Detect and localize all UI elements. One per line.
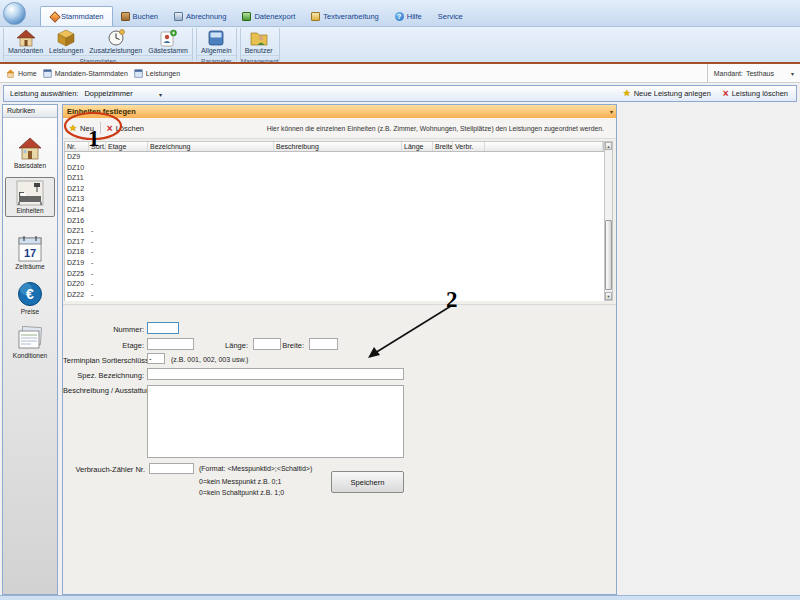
breadcrumb-mandaten-stammdaten[interactable]: Mandaten-Stammdaten	[43, 69, 128, 78]
button-label: Löschen	[116, 124, 144, 133]
column-header-beschreibung[interactable]: Beschreibung	[274, 142, 402, 151]
star-icon: ★	[623, 89, 631, 98]
table-row[interactable]: DZ9	[65, 152, 604, 163]
mandant-combobox[interactable]: Mandant: Testhaus ▾	[707, 64, 800, 82]
column-header-breite[interactable]: Breite	[433, 142, 453, 151]
verbrauch-format-hint: (Format: <Messpunktid>;<Schaltid>)	[199, 465, 312, 472]
table-header[interactable]: Nr. Sort. Etage Bezeichnung Beschreibung…	[64, 141, 604, 152]
house-3d-icon	[17, 137, 43, 161]
beschreibung-textarea[interactable]	[147, 385, 404, 458]
einheiten-panel: Einheiten festlegen ▾ ★ Neu × Löschen Hi…	[62, 104, 617, 595]
speichern-button[interactable]: Speichern	[331, 471, 404, 493]
leistung-select-label: Leistung auswählen:	[10, 89, 78, 98]
tab-buchen[interactable]: Buchen	[113, 8, 166, 26]
breite-input[interactable]	[309, 338, 338, 350]
nummer-label: Nummer:	[63, 325, 144, 334]
mandant-value: Testhaus	[746, 70, 774, 77]
scrollbar-thumb[interactable]	[605, 220, 612, 290]
table-row[interactable]: DZ13	[65, 194, 604, 205]
tab-service[interactable]: Service	[430, 8, 471, 26]
spez-bezeichnung-input[interactable]	[147, 368, 404, 380]
verbrauch-zaehler-input[interactable]	[149, 463, 194, 474]
panel-header: Einheiten festlegen ▾	[63, 105, 616, 118]
table-row[interactable]: DZ10	[65, 163, 604, 174]
breadcrumb-home[interactable]: Home	[6, 69, 37, 78]
help-icon: ?	[395, 12, 404, 21]
svg-text:€: €	[26, 286, 34, 302]
benutzer-button[interactable]: Benutzer	[243, 29, 275, 54]
tab-label: Abrechnung	[186, 12, 226, 21]
ribbon: Mandanten Leistungen	[0, 27, 800, 62]
gaestestamm-button[interactable]: Gästestamm	[146, 29, 190, 54]
table-row[interactable]: DZ19-	[65, 258, 604, 269]
breadcrumb-label: Leistungen	[146, 70, 180, 77]
home-icon	[6, 69, 15, 78]
spez-bezeichnung-label: Spez. Bezeichnung:	[63, 371, 144, 380]
scroll-down-icon[interactable]: ▼	[605, 292, 612, 300]
table-row[interactable]: DZ11	[65, 173, 604, 184]
column-header-bezeichnung[interactable]: Bezeichnung	[148, 142, 274, 151]
leistungen-button[interactable]: Leistungen	[47, 29, 85, 54]
ribbon-group-management: Benutzer Management	[240, 28, 280, 62]
toolbar-hint: Hier können die einzelnen Einheiten (z.B…	[267, 125, 616, 132]
calendar-icon: 17	[17, 235, 43, 262]
ribbon-button-label: Gästestamm	[148, 47, 188, 54]
tab-textverarbeitung[interactable]: Textverarbeitung	[303, 8, 386, 26]
table-row[interactable]: DZ25-	[65, 269, 604, 280]
tab-abrechnung[interactable]: Abrechnung	[166, 8, 234, 26]
leistung-loeschen-button[interactable]: × Leistung löschen	[723, 89, 788, 98]
neue-leistung-anlegen-button[interactable]: ★ Neue Leistung anlegen	[623, 89, 711, 98]
etage-label: Etage:	[63, 341, 144, 350]
mandanten-button[interactable]: Mandanten	[6, 29, 45, 54]
verbrauch-hint-messpunkt: 0=kein Messpunkt z.B. 0;1	[199, 478, 281, 485]
column-header-nr[interactable]: Nr.	[65, 142, 89, 151]
tab-label: Service	[438, 12, 463, 21]
sidebar-item-einheiten[interactable]: Einheiten	[5, 177, 55, 217]
column-header-etage[interactable]: Etage	[106, 142, 148, 151]
sidebar-item-zeitraeume[interactable]: 17 Zeiträume	[5, 233, 55, 272]
tab-datenexport[interactable]: Datenexport	[234, 8, 303, 26]
etage-input[interactable]	[147, 338, 194, 350]
sidebar-item-basisdaten[interactable]: Basisdaten	[5, 135, 55, 171]
panel-toolbar: ★ Neu × Löschen Hier können die einzelne…	[63, 118, 616, 139]
table-row[interactable]: DZ17-	[65, 237, 604, 248]
application-menu-button[interactable]	[3, 2, 26, 25]
column-header-sort[interactable]: Sort.	[89, 142, 106, 151]
book-brown-icon	[121, 12, 130, 21]
sidebar-item-preise[interactable]: € Preise	[5, 279, 55, 317]
nummer-input[interactable]	[147, 322, 179, 334]
zusatzleistungen-button[interactable]: Zusatzleistungen	[87, 29, 144, 54]
allgemein-button[interactable]: Allgemein	[199, 29, 234, 54]
table-row[interactable]: DZ22-	[65, 290, 604, 301]
sidebar-item-konditionen[interactable]: Konditionen	[5, 323, 55, 361]
tab-stammdaten[interactable]: Stammdaten	[40, 6, 113, 26]
breadcrumb-label: Mandaten-Stammdaten	[55, 70, 128, 77]
scroll-up-icon[interactable]: ▲	[605, 142, 612, 150]
table-row[interactable]: DZ12	[65, 184, 604, 195]
column-header-verbr[interactable]: Verbr.	[453, 142, 485, 151]
leistung-select-bar: Leistung auswählen: Doppelzimmer ▾ ★ Neu…	[3, 85, 797, 102]
terminplan-input[interactable]	[147, 353, 165, 364]
leistung-select-value[interactable]: Doppelzimmer	[84, 89, 132, 98]
chevron-down-icon[interactable]: ▾	[159, 91, 162, 98]
chevron-down-icon[interactable]: ▾	[610, 108, 613, 115]
tab-hilfe[interactable]: ? Hilfe	[387, 8, 430, 26]
table-row[interactable]: DZ21-	[65, 226, 604, 237]
beschreibung-label: Beschreibung / Ausstattung:	[63, 386, 145, 395]
column-header-laenge[interactable]: Länge	[402, 142, 433, 151]
neu-button[interactable]: ★ Neu	[63, 124, 100, 133]
terminplan-hint: (z.B. 001, 002, 003 usw.)	[171, 356, 248, 363]
table-row[interactable]: DZ16	[65, 216, 604, 227]
vertical-scrollbar[interactable]: ▲ ▼	[604, 141, 613, 301]
table-row[interactable]: DZ20-	[65, 279, 604, 290]
ribbon-group-stammdaten: Mandanten Leistungen	[3, 28, 193, 62]
breadcrumb-leistungen[interactable]: Leistungen	[134, 69, 180, 78]
table-row[interactable]: DZ18-	[65, 247, 604, 258]
ribbon-tab-bar: Stammdaten Buchen Abrechnung Datenexport…	[0, 0, 800, 27]
notes-icon	[16, 325, 44, 351]
table-row[interactable]: DZ14	[65, 205, 604, 216]
box-icon	[56, 29, 76, 47]
sidebar-item-label: Zeiträume	[5, 263, 55, 270]
bed-icon	[16, 180, 44, 206]
loeschen-button[interactable]: × Löschen	[101, 124, 150, 133]
